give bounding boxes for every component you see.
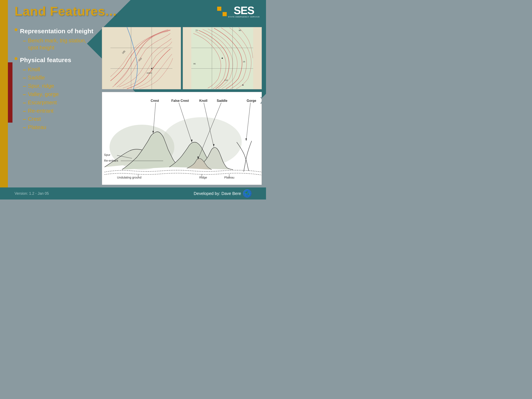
bullet-sub-text-crest: Crest xyxy=(28,115,41,123)
globe-icon xyxy=(243,189,252,198)
dash-icon-7: – xyxy=(23,108,26,114)
version-text: Version: 1.2 - Jan 05 xyxy=(14,191,49,196)
dash-icon-6: – xyxy=(23,100,26,106)
dash-icon-4: – xyxy=(23,83,26,89)
svg-rect-2 xyxy=(217,12,221,16)
svg-text:Re-entrant: Re-entrant xyxy=(104,159,118,162)
bullet-sub-saddle: – Saddle xyxy=(23,74,98,81)
bullet-sub-text-valley: Valley, gorge xyxy=(28,91,59,98)
credit-block: Developed by: Dave Bere xyxy=(194,189,252,198)
ses-grid-icon xyxy=(217,7,227,16)
svg-point-24 xyxy=(222,57,223,59)
next-arrow[interactable]: ❯ xyxy=(259,96,265,104)
svg-point-12 xyxy=(151,68,152,69)
terrain-diagram: Spur Re-entrant Crest False Crest Knoll xyxy=(102,92,262,185)
svg-text:Knoll: Knoll xyxy=(199,99,207,102)
bullet-main-1: Representation of height xyxy=(14,27,98,35)
svg-text:Spur: Spur xyxy=(104,153,111,157)
red-accent-block xyxy=(8,62,13,123)
svg-text:•: • xyxy=(153,66,153,69)
bullet-sub-height: – Bench mark, trig station,spot height xyxy=(23,37,98,51)
svg-text:70: 70 xyxy=(195,29,198,31)
bullet-sub-plateau: – Plateau xyxy=(23,124,98,131)
svg-text:110: 110 xyxy=(224,79,228,81)
dash-icon-8: – xyxy=(23,116,26,122)
bullet-main-2: Physical features xyxy=(14,56,98,64)
svg-text:Saddle: Saddle xyxy=(217,99,227,102)
main-content: Representation of height – Bench mark, t… xyxy=(14,27,262,185)
bullet-sub-crest: – Crest xyxy=(23,115,98,123)
bullet-main-text-2: Physical features xyxy=(20,56,71,64)
dash-icon-3: – xyxy=(23,75,26,81)
bullet-sub-escarpment: – Escarpment xyxy=(23,99,98,106)
ses-text: SES STATE EMERGENCY SERVICE xyxy=(228,5,260,18)
svg-point-60 xyxy=(247,193,249,195)
topo-map-right: 70 80 95 25 110 xyxy=(183,27,262,89)
dash-icon-2: – xyxy=(23,66,26,73)
bullet-sub-text-escarpment: Escarpment xyxy=(28,99,57,106)
topo-map-left: 210 185 station • xyxy=(102,27,181,89)
svg-rect-3 xyxy=(222,12,227,16)
dash-icon-1: – xyxy=(23,38,26,44)
bullet-sub-knoll: – Knoll xyxy=(23,66,98,73)
dash-icon-5: – xyxy=(23,91,26,98)
bullet-sub-text-spur: Spur, ridge xyxy=(28,82,54,89)
svg-text:25: 25 xyxy=(243,60,245,63)
topo-map-right-svg: 70 80 95 25 110 xyxy=(183,27,262,89)
svg-point-59 xyxy=(245,192,247,193)
bullet-dot-2 xyxy=(14,57,18,60)
svg-text:95: 95 xyxy=(193,63,196,65)
bullet-sub-text-saddle: Saddle xyxy=(28,74,45,81)
bullet-sub-text-reentrant: Re-entrant xyxy=(28,108,53,114)
svg-text:Crest: Crest xyxy=(151,99,159,102)
header: Land Features... SES STATE EMERGENCY SER… xyxy=(14,4,262,19)
bullet-sub-text-plateau: Plateau xyxy=(28,124,46,131)
bullet-sub-text-height: Bench mark, trig station,spot height xyxy=(28,37,86,51)
svg-point-61 xyxy=(247,191,248,192)
bullet-sub-spur: – Spur, ridge xyxy=(23,82,98,89)
footer: Version: 1.2 - Jan 05 Developed by: Dave… xyxy=(0,187,266,200)
svg-text:80: 80 xyxy=(239,29,241,31)
image-panel: 210 185 station • xyxy=(102,27,262,185)
svg-text:Undulating ground: Undulating ground xyxy=(117,176,141,179)
svg-rect-0 xyxy=(217,7,221,11)
svg-text:Gorge: Gorge xyxy=(247,99,256,102)
gold-bar xyxy=(0,0,8,200)
svg-text:Ridge: Ridge xyxy=(199,176,207,179)
svg-rect-1 xyxy=(222,7,227,11)
bullet-sub-reentrant: – Re-entrant xyxy=(23,108,98,114)
page-title: Land Features... xyxy=(14,4,117,19)
svg-text:station: station xyxy=(146,72,152,74)
topo-maps-row: 210 185 station • xyxy=(102,27,262,89)
ses-letters: SES xyxy=(234,5,254,16)
credit-text: Developed by: Dave Bere xyxy=(194,191,241,196)
svg-text:False Crest: False Crest xyxy=(171,99,189,102)
svg-point-25 xyxy=(242,84,244,86)
bullet-dot-1 xyxy=(14,28,18,31)
dash-icon-9: – xyxy=(23,124,26,131)
bullet-sub-valley: – Valley, gorge xyxy=(23,91,98,98)
topo-map-left-svg: 210 185 station • xyxy=(102,27,181,89)
ses-subtitle: STATE EMERGENCY SERVICE xyxy=(228,16,260,18)
bullet-sub-text-knoll: Knoll xyxy=(28,66,40,73)
terrain-diagram-svg: Spur Re-entrant Crest False Crest Knoll xyxy=(102,92,262,185)
bullet-main-text-1: Representation of height xyxy=(20,27,93,35)
ses-logo: SES STATE EMERGENCY SERVICE xyxy=(215,4,262,19)
bullet-list: Representation of height – Bench mark, t… xyxy=(14,27,98,185)
